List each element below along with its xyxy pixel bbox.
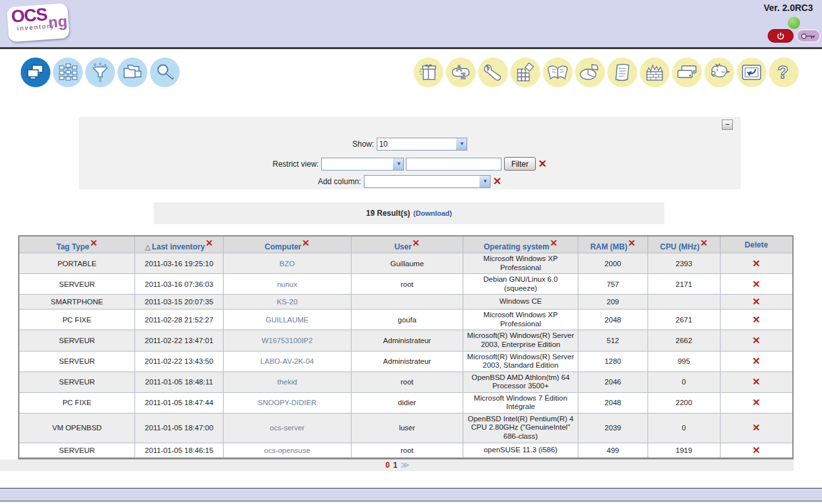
remove-column-icon[interactable]: ✕ bbox=[90, 238, 98, 248]
security-firewall-icon[interactable] bbox=[640, 58, 669, 87]
remove-column-icon[interactable]: ✕ bbox=[302, 238, 310, 248]
column-header-tag-type[interactable]: Tag Type✕ bbox=[19, 236, 135, 253]
column-header-delete[interactable]: Delete bbox=[720, 236, 793, 253]
restrict-view-select[interactable] bbox=[321, 158, 404, 171]
delete-row-icon[interactable]: ✕ bbox=[752, 376, 761, 387]
computer-link[interactable]: thekid bbox=[277, 378, 297, 386]
duplicates-cards-icon[interactable] bbox=[672, 58, 702, 87]
cell-user: root bbox=[351, 443, 463, 458]
show-count-select[interactable]: 10 bbox=[377, 138, 467, 151]
cell-tag: PC FIXE bbox=[19, 392, 135, 413]
logo-ng-text: ng bbox=[48, 12, 68, 32]
statistics-pie-icon[interactable] bbox=[575, 58, 605, 87]
cell-cpu bbox=[648, 295, 720, 310]
results-bar: 19 Result(s) (Download) bbox=[154, 202, 664, 224]
restrict-view-input[interactable] bbox=[406, 158, 501, 171]
delete-row-icon[interactable]: ✕ bbox=[752, 422, 761, 433]
reports-paper-icon[interactable] bbox=[607, 58, 637, 87]
table-row: PC FIXE2011-02-28 21:52:27GUILLAUMEgoufa… bbox=[19, 310, 793, 330]
results-count: 19 Result(s) bbox=[366, 209, 410, 218]
inventory-table: Tag Type✕△Last inventory✕Computer✕User✕O… bbox=[18, 235, 794, 459]
delete-row-icon[interactable]: ✕ bbox=[752, 335, 761, 346]
computer-link[interactable]: LABO-AV-2K-04 bbox=[260, 357, 314, 365]
remove-column-icon[interactable]: ✕ bbox=[550, 238, 558, 248]
computer-link[interactable]: nunux bbox=[277, 280, 297, 288]
search-funnel-icon[interactable] bbox=[85, 58, 115, 87]
computer-link[interactable]: W16753100IP2 bbox=[262, 337, 313, 344]
groups-folders-icon[interactable] bbox=[118, 58, 147, 87]
power-icon bbox=[776, 32, 785, 41]
minimize-panel-button[interactable]: – bbox=[722, 120, 733, 130]
column-header-ram-mb-[interactable]: RAM (MB)✕ bbox=[578, 236, 648, 253]
computer-link[interactable]: GUILLAUME bbox=[266, 316, 308, 324]
cell-ram: 2048 bbox=[578, 392, 648, 413]
cell-cpu: 995 bbox=[648, 351, 720, 372]
clear-filter-icon[interactable]: ✕ bbox=[538, 159, 547, 169]
remove-column-icon[interactable]: ✕ bbox=[701, 238, 708, 248]
delete-row-icon[interactable]: ✕ bbox=[752, 397, 761, 408]
cell-user bbox=[351, 295, 463, 310]
registry-blocks-icon[interactable] bbox=[511, 58, 540, 87]
documentation-book-icon[interactable] bbox=[543, 58, 573, 87]
computer-link[interactable]: ocs-opensuse bbox=[264, 446, 311, 454]
cell-cpu: 2662 bbox=[648, 330, 720, 351]
column-header-computer[interactable]: Computer✕ bbox=[224, 236, 352, 253]
cell-user: Administrateur bbox=[351, 330, 463, 351]
cell-ram: 512 bbox=[578, 330, 648, 351]
delete-row-icon[interactable]: ✕ bbox=[752, 445, 761, 456]
computer-link[interactable]: SNOOPY-DIDIER bbox=[258, 399, 317, 406]
column-header-operating-system[interactable]: Operating system✕ bbox=[463, 236, 578, 253]
column-header-label: Last inventory bbox=[152, 242, 205, 251]
filter-button[interactable]: Filter bbox=[504, 157, 536, 171]
cell-user: goufa bbox=[351, 310, 463, 330]
cell-computer: ocs-opensuse bbox=[224, 443, 352, 458]
computer-link[interactable]: BZO bbox=[279, 260, 295, 268]
add-column-select[interactable] bbox=[364, 175, 490, 188]
add-column-label: Add column: bbox=[318, 177, 361, 186]
delete-row-icon[interactable]: ✕ bbox=[752, 296, 761, 307]
remove-column-icon[interactable]: ✕ bbox=[206, 238, 213, 248]
computer-link[interactable]: KS-20 bbox=[277, 298, 297, 306]
local-import-screen-icon[interactable] bbox=[737, 58, 766, 87]
agent-face-icon[interactable] bbox=[704, 58, 734, 87]
key-button[interactable] bbox=[796, 29, 821, 43]
cell-tag: VM OPENBSD bbox=[19, 413, 135, 443]
all-computers-icon[interactable] bbox=[21, 58, 50, 87]
delete-row-icon[interactable]: ✕ bbox=[752, 314, 761, 325]
download-link[interactable]: (Download) bbox=[414, 209, 452, 217]
column-header-label: Tag Type bbox=[56, 242, 89, 251]
column-header-last-inventory[interactable]: △Last inventory✕ bbox=[135, 236, 224, 253]
svg-text:?: ? bbox=[777, 62, 788, 82]
cell-cpu: 2671 bbox=[648, 310, 720, 330]
delete-row-icon[interactable]: ✕ bbox=[752, 258, 761, 269]
config-wrench-icon[interactable] bbox=[478, 58, 508, 87]
deployment-gift-icon[interactable] bbox=[414, 58, 443, 87]
search-magnifier-icon[interactable] bbox=[150, 58, 180, 87]
clear-add-column-icon[interactable]: ✕ bbox=[493, 176, 501, 187]
column-header-cpu-mhz-[interactable]: CPU (MHz)✕ bbox=[648, 236, 720, 253]
ocs-logo[interactable]: OCS ng inventory bbox=[6, 3, 70, 42]
cell-os: OpenBSD Intel(R) Pentium(R) 4 CPU 2.80GH… bbox=[463, 413, 578, 443]
cell-tag: PC FIXE bbox=[19, 310, 135, 330]
delete-row-icon[interactable]: ✕ bbox=[752, 355, 761, 366]
cell-last_inventory: 2011-01-05 18:48:11 bbox=[135, 372, 224, 392]
column-header-user[interactable]: User✕ bbox=[351, 236, 463, 253]
cell-os: OpenBSD AMD Athlon(tm) 64 Processor 3500… bbox=[463, 372, 578, 392]
computer-link[interactable]: ocs-server bbox=[269, 424, 304, 432]
cell-delete: ✕ bbox=[720, 310, 793, 330]
next-page-icon[interactable]: ≫ bbox=[401, 460, 408, 470]
cell-cpu: 0 bbox=[648, 372, 720, 392]
remove-column-icon[interactable]: ✕ bbox=[412, 238, 420, 248]
page-0-link[interactable]: 0 bbox=[386, 461, 390, 470]
dictionary-az-icon[interactable]: A Z bbox=[446, 58, 476, 87]
delete-row-icon[interactable]: ✕ bbox=[752, 278, 761, 289]
filter-panel: – Show: 10 Restrict view: Filter ✕ Add c… bbox=[79, 117, 741, 189]
logout-button[interactable] bbox=[768, 29, 794, 43]
network-map-icon[interactable] bbox=[53, 58, 83, 87]
page-1-link[interactable]: 1 bbox=[393, 461, 397, 470]
show-label: Show: bbox=[352, 140, 374, 149]
sort-ascending-icon[interactable]: △ bbox=[145, 243, 150, 251]
help-question-icon[interactable]: ? bbox=[769, 58, 799, 87]
remove-column-icon[interactable]: ✕ bbox=[628, 238, 636, 248]
column-header-label: CPU (MHz) bbox=[660, 242, 699, 251]
